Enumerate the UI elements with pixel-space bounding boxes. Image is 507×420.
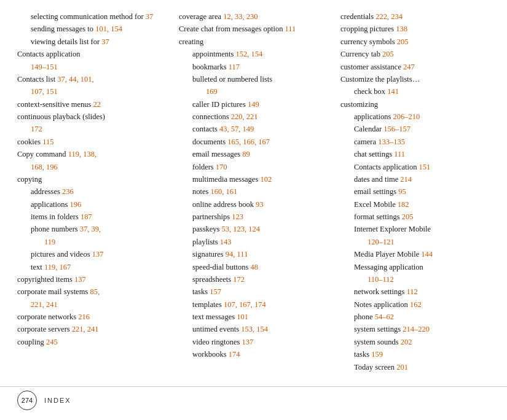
index-entry: caller ID pictures 149 [179, 99, 328, 111]
index-entry: corporate networks 216 [17, 311, 167, 323]
index-link: 93 [256, 200, 264, 209]
index-link: 154 [109, 25, 122, 33]
index-link: 54–62 [375, 313, 394, 321]
index-entry: sending messages to 101, 154 [17, 23, 167, 35]
index-entry: notes 160, 161 [179, 186, 328, 198]
index-entry: phone 54–62 [340, 311, 490, 323]
index-link: 119, 167 [44, 263, 71, 271]
index-entry: dates and time 214 [340, 174, 490, 185]
index-link: 247 [403, 63, 415, 71]
index-entry: Currency tab 205 [340, 49, 490, 60]
index-entry: credentials 222, 234 [340, 11, 490, 23]
index-entry: 168, 196 [17, 161, 167, 173]
index-entry: camera 133–135 [340, 136, 490, 148]
index-link: 141 [387, 87, 399, 96]
index-link: 137 [74, 275, 86, 284]
index-entry: workbooks 174 [179, 349, 328, 360]
index-link: 152, 154 [235, 50, 262, 58]
index-entry: chat settings 111 [340, 149, 490, 160]
index-entry: viewing details list for 37 [17, 36, 167, 48]
index-link: 202 [401, 338, 412, 346]
index-link: 94, 111 [226, 250, 248, 259]
index-link: 95 [398, 187, 406, 196]
index-entry: coupling 245 [17, 336, 167, 348]
index-link: 172 [233, 275, 245, 284]
index-link: 201 [396, 363, 408, 371]
index-entry: tasks 157 [179, 286, 328, 298]
index-link: 107, 167, 174 [224, 300, 266, 309]
index-entry: phone numbers 37, 39, [17, 224, 167, 235]
index-column-col2: coverage area 12, 33, 230Create chat fro… [173, 11, 334, 374]
index-link: 205 [397, 37, 409, 46]
index-entry: Contacts list 37, 44, 101, [17, 74, 167, 85]
index-entry: network settings 112 [340, 286, 490, 298]
index-link: 137 [92, 250, 104, 259]
index-entry: system settings 214–220 [340, 324, 490, 335]
index-link: 133–135 [378, 138, 405, 146]
index-link: 165, 166, 167 [227, 138, 270, 146]
index-link: 168, 196 [31, 163, 58, 171]
index-entry: Contacts application [17, 49, 167, 60]
index-link: 216 [78, 313, 90, 321]
index-link: 115 [42, 138, 53, 146]
index-entry: corporate servers 221, 241 [17, 324, 167, 335]
index-entry: Copy command 119, 138, [17, 149, 167, 160]
index-link: 169 [206, 87, 218, 96]
index-entry: addresses 236 [17, 186, 167, 198]
page-number: 274 [17, 391, 37, 410]
index-link: 123 [232, 212, 243, 221]
index-entry: 221, 241 [17, 299, 167, 311]
index-link: 138 [396, 25, 407, 33]
index-link: 111 [394, 150, 405, 158]
index-link: 172 [31, 125, 42, 133]
index-entry: 110–112 [340, 274, 490, 286]
index-entry: multimedia messages 102 [179, 174, 328, 185]
index-link: 119, 138, [68, 150, 96, 158]
index-link: 214–220 [403, 325, 430, 333]
index-entry: pictures and videos 137 [17, 249, 167, 260]
index-link: 245 [46, 338, 58, 346]
index-entry: bookmarks 117 [179, 61, 328, 73]
index-link: 156–157 [383, 125, 411, 133]
index-link: 112 [406, 287, 417, 296]
index-link: 205 [382, 50, 394, 58]
index-link: 117 [229, 63, 240, 71]
index-entry: playlists 143 [179, 236, 328, 248]
index-link: 85, [90, 287, 100, 296]
index-entry: spreadsheets 172 [179, 274, 328, 286]
index-link: 149–151 [31, 63, 58, 71]
index-link: 174 [229, 350, 240, 359]
index-entry: 149–151 [17, 61, 167, 73]
index-entry: Notes application 162 [340, 299, 490, 311]
index-link: 48 [250, 263, 258, 271]
index-entry: partnerships 123 [179, 211, 328, 223]
index-entry: applications 206–210 [340, 111, 490, 123]
index-link: 43, 57, 149 [219, 125, 254, 133]
index-entry: video ringtones 137 [179, 336, 328, 348]
index-entry: signatures 94, 111 [179, 249, 328, 260]
index-link: 37, 44, 101, [57, 75, 93, 84]
index-entry: passkeys 53, 123, 124 [179, 224, 328, 235]
index-entry: online address book 93 [179, 199, 328, 211]
index-entry: text messages 101 [179, 311, 328, 323]
index-entry: selecting communication method for 37 [17, 11, 167, 23]
index-link: 221, 241 [72, 325, 99, 333]
index-entry: copying [17, 174, 167, 185]
index-entry: Media Player Mobile 144 [340, 249, 490, 260]
index-columns: selecting communication method for 37sen… [17, 11, 490, 374]
index-link: 22 [93, 100, 101, 109]
index-link: 149 [248, 100, 259, 109]
index-link: 153, 154 [241, 325, 268, 333]
page: selecting communication method for 37sen… [0, 0, 507, 420]
index-link: 162 [410, 300, 422, 309]
index-link: 37 [101, 37, 109, 46]
index-entry: connections 220, 221 [179, 111, 328, 123]
index-link: 205 [402, 212, 414, 221]
page-footer: 274 INDEX [0, 386, 507, 414]
index-entry: documents 165, 166, 167 [179, 136, 328, 148]
index-entry: customer assistance 247 [340, 61, 490, 73]
index-link: 89 [242, 150, 250, 158]
index-entry: check box 141 [340, 86, 490, 98]
index-link: 120–121 [367, 238, 395, 246]
index-column-col3: credentials 222, 234cropping pictures 13… [334, 11, 490, 374]
